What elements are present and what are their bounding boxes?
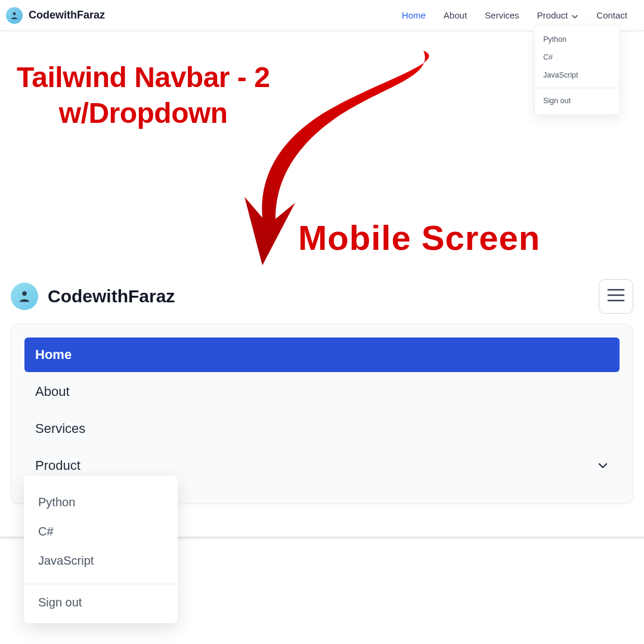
- brand-logo: [6, 7, 23, 24]
- nav-about[interactable]: About: [444, 10, 467, 20]
- nav-home[interactable]: Home: [402, 10, 426, 20]
- dropdown-signout[interactable]: Sign out: [535, 92, 620, 110]
- svg-point-1: [22, 292, 26, 296]
- dropdown-item-javascript[interactable]: JavaScript: [535, 66, 620, 84]
- annotation-title-line2: w/Dropdown: [59, 97, 228, 129]
- dropdown-item-python[interactable]: Python: [535, 30, 620, 48]
- nav-product-label: Product: [537, 10, 568, 20]
- mobile-navbar: CodewithFaraz: [11, 279, 633, 314]
- mobile-brand-text: CodewithFaraz: [48, 286, 175, 306]
- mobile-dropdown-javascript[interactable]: JavaScript: [24, 546, 178, 575]
- brand[interactable]: CodewithFaraz: [6, 7, 105, 24]
- nav-contact[interactable]: Contact: [596, 10, 627, 20]
- chevron-down-icon: [571, 12, 578, 19]
- mobile-brand-logo: [11, 283, 38, 310]
- mobile-item-home-label: Home: [35, 347, 72, 363]
- mobile-item-about[interactable]: About: [24, 374, 620, 409]
- mobile-dropdown-separator: [24, 584, 178, 584]
- mobile-brand[interactable]: CodewithFaraz: [11, 283, 175, 310]
- mobile-dropdown: Python C# JavaScript Sign out: [24, 476, 178, 623]
- mobile-dropdown-signout[interactable]: Sign out: [24, 588, 178, 617]
- mobile-item-services[interactable]: Services: [24, 411, 620, 446]
- svg-point-0: [13, 12, 16, 15]
- brand-text: CodewithFaraz: [29, 9, 105, 21]
- annotation-mobile-label: Mobile Screen: [298, 218, 540, 258]
- dropdown-item-csharp[interactable]: C#: [535, 48, 620, 66]
- mobile-item-home[interactable]: Home: [24, 338, 620, 372]
- annotation-title-line1: Tailwind Navbar - 2: [17, 61, 270, 93]
- mobile-dropdown-csharp[interactable]: C#: [24, 517, 178, 546]
- hamburger-button[interactable]: [599, 279, 633, 314]
- chevron-down-icon: [597, 460, 609, 472]
- mobile-item-product-label: Product: [35, 458, 80, 473]
- mobile-item-services-label: Services: [35, 421, 85, 436]
- hamburger-icon: [607, 288, 625, 305]
- mobile-item-about-label: About: [35, 384, 70, 400]
- dropdown-separator: [535, 88, 620, 88]
- mobile-dropdown-python[interactable]: Python: [24, 488, 178, 517]
- annotation-title: Tailwind Navbar - 2 w/Dropdown: [17, 60, 270, 131]
- desktop-dropdown: Python C# JavaScript Sign out: [534, 25, 620, 115]
- desktop-nav-links: Home About Services Product Contact: [402, 10, 627, 20]
- nav-services[interactable]: Services: [485, 10, 519, 20]
- nav-product[interactable]: Product: [537, 10, 579, 20]
